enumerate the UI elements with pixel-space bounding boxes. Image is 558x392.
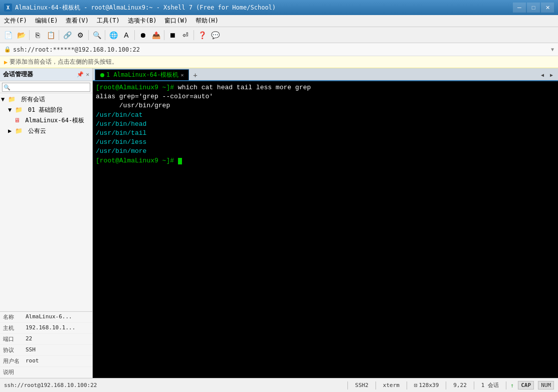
sidebar-search-input[interactable] (2, 83, 90, 92)
sidebar: 会话管理器 📌 ✕ ▼ 📁 所有会话 ▼ 📁 01 基础阶段 (0, 68, 93, 378)
property-value: 22 (23, 334, 92, 345)
tab-scroll-right-btn[interactable]: ▶ (547, 69, 556, 80)
status-divider-3 (407, 381, 407, 389)
menu-view[interactable]: 查看(V) (62, 15, 93, 27)
folder-basic-icon: 📁 (15, 106, 23, 113)
tree-item-cloud[interactable]: ▶ 📁 公有云 (0, 126, 92, 136)
font-btn[interactable]: A (120, 29, 132, 41)
protocol-label: SSH2 (355, 382, 368, 388)
status-divider-2 (376, 381, 376, 389)
menu-bar: 文件(F) 编辑(E) 查看(V) 工具(T) 选项卡(B) 窗口(W) 帮助(… (0, 15, 558, 27)
status-num-badge: NUM (538, 381, 554, 389)
sidebar-pin-btn[interactable]: 📌 (77, 71, 84, 78)
tree-item-alma[interactable]: 🖥 AlmaLinux-64-模板 (0, 115, 92, 126)
copy-btn[interactable]: ⎘ (32, 29, 44, 41)
status-protocol: SSH2 (352, 381, 371, 389)
sessions-label: 1 会话 (481, 381, 499, 389)
expand-icon: ▼ (1, 96, 5, 103)
connect-btn[interactable]: 🔗 (61, 29, 73, 41)
tree-item-all-sessions[interactable]: ▼ 📁 所有会话 (0, 94, 92, 105)
menu-tabs[interactable]: 选项卡(B) (124, 15, 161, 27)
sidebar-search-area (0, 81, 92, 93)
open-btn[interactable]: 📂 (15, 29, 27, 41)
property-row: 名称AlmaLinux-6... (0, 312, 92, 323)
tree-label-alma: AlmaLinux-64-模板 (25, 117, 84, 124)
status-terminal-type: xterm (380, 381, 403, 389)
property-row: 协议SSH (0, 345, 92, 356)
title-bar: X AlmaLinux-64-模板机 - root@AlmaLinux9:~ -… (0, 0, 558, 15)
properties-table: 名称AlmaLinux-6...主机192.168.10.1...端口22协议S… (0, 312, 92, 378)
status-divider-1 (347, 381, 348, 389)
property-value (23, 367, 92, 378)
status-right-section: SSH2 xterm ⊡ 128x39 9,22 1 会话 ↑ CAP NUM (347, 380, 554, 390)
main-area: 会话管理器 📌 ✕ ▼ 📁 所有会话 ▼ 📁 01 基础阶段 (0, 68, 558, 378)
notification-text: 要添加当前会话，点击左侧的箭头按钮。 (10, 58, 118, 66)
property-key: 协议 (0, 345, 23, 356)
property-key: 用户名 (0, 356, 23, 367)
settings-btn[interactable]: ⚙ (74, 29, 86, 41)
size-icon: ⊡ (414, 382, 418, 388)
property-row: 用户名root (0, 356, 92, 367)
lock-icon: 🔒 (4, 46, 11, 53)
property-row: 端口22 (0, 334, 92, 345)
maximize-button[interactable]: □ (527, 3, 540, 13)
paste-btn[interactable]: 📋 (45, 29, 57, 41)
chat-btn[interactable]: 💬 (209, 29, 221, 41)
scroll-btn[interactable]: ⏎ (179, 29, 192, 41)
add-tab-button[interactable]: + (190, 70, 200, 80)
menu-window[interactable]: 窗口(W) (160, 15, 192, 27)
transfer-btn[interactable]: 📤 (150, 29, 162, 41)
property-key: 说明 (0, 367, 23, 378)
tab-0[interactable]: 1 AlmaLinux-64-模板机 ✕ (95, 69, 189, 80)
tab-close-0[interactable]: ✕ (180, 72, 183, 78)
status-divider-6 (506, 381, 506, 389)
term-line-1: alias grep='grep --color=auto' (96, 92, 555, 101)
record-btn[interactable]: ⏺ (137, 29, 149, 41)
server-icon: 🖥 (14, 117, 20, 124)
color-btn[interactable]: 🌐 (107, 29, 119, 41)
position-label: 9,22 (453, 382, 467, 388)
menu-help[interactable]: 帮助(H) (192, 15, 223, 27)
new-session-btn[interactable]: 📄 (2, 29, 14, 41)
tab-scroll-left-btn[interactable]: ◀ (538, 69, 547, 80)
num-label: NUM (541, 382, 551, 388)
app-icon: X (4, 4, 12, 12)
menu-tools[interactable]: 工具(T) (93, 15, 124, 27)
terminal-output[interactable]: [root@AlmaLinux9 ~]# which cat head tail… (93, 81, 558, 378)
sidebar-tree: ▼ 📁 所有会话 ▼ 📁 01 基础阶段 🖥 AlmaLinux-64-模板 ▶… (0, 93, 92, 311)
term-line-0: [root@AlmaLinux9 ~]# which cat head tail… (96, 83, 555, 92)
menu-edit[interactable]: 编辑(E) (31, 15, 62, 27)
tree-item-basic-stage[interactable]: ▼ 📁 01 基础阶段 (0, 105, 92, 115)
tab-indicator (100, 73, 104, 77)
term-line-3: /usr/bin/cat (96, 111, 555, 120)
term-line-2: /usr/bin/grep (96, 101, 555, 110)
close-button[interactable]: ✕ (541, 3, 554, 13)
term-line-4: /usr/bin/head (96, 120, 555, 129)
term-line-5: /usr/bin/tail (96, 129, 555, 138)
term-line-6: /usr/bin/less (96, 138, 555, 147)
property-key: 主机 (0, 323, 23, 334)
sidebar-title: 会话管理器 (3, 70, 33, 79)
status-divider-5 (474, 381, 474, 389)
notification-bar: ▶ 要添加当前会话，点击左侧的箭头按钮。 (0, 56, 558, 68)
tab-label-0: 1 AlmaLinux-64-模板机 (106, 71, 178, 79)
sidebar-close-btn[interactable]: ✕ (86, 71, 89, 78)
folder-icon: 📁 (8, 96, 16, 103)
status-position: 9,22 (450, 381, 470, 389)
upload-icon: ↑ (510, 382, 514, 389)
property-row: 说明 (0, 367, 92, 378)
find-btn[interactable]: 🔍 (91, 29, 103, 41)
status-divider-4 (446, 381, 446, 389)
tree-label-all: 所有会话 (21, 96, 45, 103)
tree-label-cloud: 公有云 (28, 127, 46, 134)
status-size: ⊡ 128x39 (411, 381, 442, 389)
help-btn[interactable]: ❓ (196, 29, 208, 41)
notif-arrow-icon: ▶ (4, 59, 8, 66)
term-line-7: /usr/bin/more (96, 147, 555, 156)
stop-btn[interactable]: ⏹ (166, 29, 178, 41)
address-dropdown-icon[interactable]: ▼ (551, 47, 554, 52)
menu-file[interactable]: 文件(F) (0, 15, 31, 27)
minimize-button[interactable]: ─ (513, 3, 526, 13)
property-value: 192.168.10.1... (23, 323, 92, 334)
size-label: 128x39 (419, 382, 439, 388)
